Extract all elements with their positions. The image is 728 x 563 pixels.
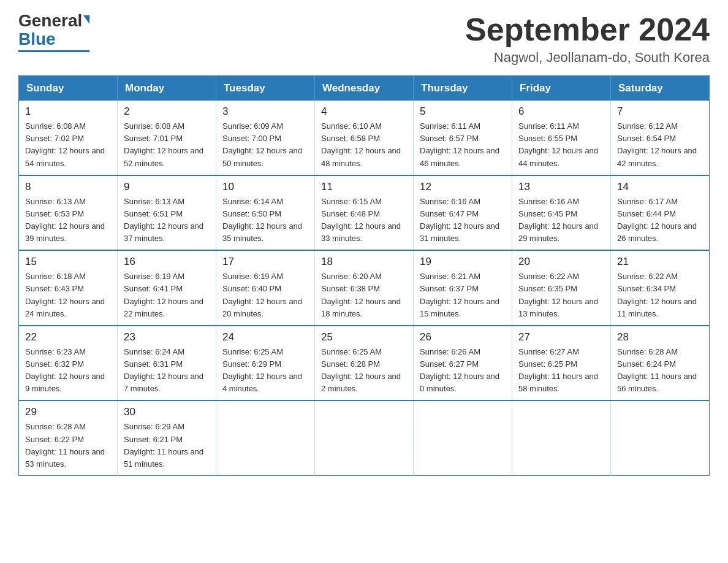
day-info: Sunrise: 6:10 AMSunset: 6:58 PMDaylight:… [321,120,407,170]
day-info: Sunrise: 6:14 AMSunset: 6:50 PMDaylight:… [222,196,308,245]
calendar-cell: 9Sunrise: 6:13 AMSunset: 6:51 PMDaylight… [118,175,216,251]
day-number: 7 [617,105,703,118]
day-info: Sunrise: 6:23 AMSunset: 6:32 PMDaylight:… [25,346,111,396]
day-info: Sunrise: 6:08 AMSunset: 7:02 PMDaylight:… [25,120,111,170]
title-section: September 2024 Nagwol, Jeollanam-do, Sou… [465,12,710,66]
day-info: Sunrise: 6:29 AMSunset: 6:21 PMDaylight:… [124,421,210,470]
day-number: 9 [124,181,210,193]
calendar-cell: 17Sunrise: 6:19 AMSunset: 6:40 PMDayligh… [216,250,315,326]
day-number: 20 [518,256,604,268]
calendar-cell: 1Sunrise: 6:08 AMSunset: 7:02 PMDaylight… [19,101,118,175]
calendar-cell: 8Sunrise: 6:13 AMSunset: 6:53 PMDaylight… [19,175,118,251]
calendar-cell [611,400,710,475]
day-number: 30 [124,406,210,418]
day-info: Sunrise: 6:22 AMSunset: 6:34 PMDaylight:… [617,270,703,320]
calendar-cell: 26Sunrise: 6:26 AMSunset: 6:27 PMDayligh… [414,326,512,401]
calendar-cell: 3Sunrise: 6:09 AMSunset: 7:00 PMDaylight… [216,101,315,175]
day-info: Sunrise: 6:12 AMSunset: 6:54 PMDaylight:… [617,120,703,170]
day-info: Sunrise: 6:11 AMSunset: 6:57 PMDaylight:… [420,120,506,170]
logo-underline [18,50,89,52]
day-info: Sunrise: 6:28 AMSunset: 6:22 PMDaylight:… [25,421,111,470]
calendar-cell: 14Sunrise: 6:17 AMSunset: 6:44 PMDayligh… [611,175,710,251]
day-number: 25 [321,331,407,343]
day-number: 22 [25,331,111,343]
calendar-table: SundayMondayTuesdayWednesdayThursdayFrid… [18,75,710,476]
day-number: 1 [25,105,111,118]
calendar-cell [512,400,611,475]
calendar-cell: 21Sunrise: 6:22 AMSunset: 6:34 PMDayligh… [611,250,710,326]
calendar-cell: 25Sunrise: 6:25 AMSunset: 6:28 PMDayligh… [315,326,414,401]
calendar-cell [315,400,414,475]
weekday-header-thursday: Thursday [414,76,512,101]
day-number: 21 [617,256,703,268]
calendar-cell: 4Sunrise: 6:10 AMSunset: 6:58 PMDaylight… [315,101,414,175]
day-info: Sunrise: 6:16 AMSunset: 6:45 PMDaylight:… [518,196,604,245]
day-number: 13 [518,181,604,193]
calendar-cell: 5Sunrise: 6:11 AMSunset: 6:57 PMDaylight… [414,101,512,175]
calendar-cell: 23Sunrise: 6:24 AMSunset: 6:31 PMDayligh… [118,326,216,401]
day-number: 29 [25,406,111,418]
day-info: Sunrise: 6:25 AMSunset: 6:29 PMDaylight:… [222,346,308,396]
day-info: Sunrise: 6:22 AMSunset: 6:35 PMDaylight:… [518,270,604,320]
calendar-cell: 20Sunrise: 6:22 AMSunset: 6:35 PMDayligh… [512,250,611,326]
weekday-header-wednesday: Wednesday [315,76,414,101]
calendar-cell: 6Sunrise: 6:11 AMSunset: 6:55 PMDaylight… [512,101,611,175]
day-number: 6 [518,105,604,118]
day-number: 17 [222,256,308,268]
day-info: Sunrise: 6:17 AMSunset: 6:44 PMDaylight:… [617,196,703,245]
calendar-cell: 28Sunrise: 6:28 AMSunset: 6:24 PMDayligh… [611,326,710,401]
day-info: Sunrise: 6:13 AMSunset: 6:51 PMDaylight:… [124,196,210,245]
calendar-cell: 2Sunrise: 6:08 AMSunset: 7:01 PMDaylight… [118,101,216,175]
day-info: Sunrise: 6:28 AMSunset: 6:24 PMDaylight:… [617,346,703,396]
day-info: Sunrise: 6:18 AMSunset: 6:43 PMDaylight:… [25,270,111,320]
day-number: 12 [420,181,506,193]
day-number: 10 [222,181,308,193]
calendar-week-row: 8Sunrise: 6:13 AMSunset: 6:53 PMDaylight… [19,175,710,251]
day-number: 3 [222,105,308,118]
day-info: Sunrise: 6:19 AMSunset: 6:41 PMDaylight:… [124,270,210,320]
day-number: 28 [617,331,703,343]
day-info: Sunrise: 6:27 AMSunset: 6:25 PMDaylight:… [518,346,604,396]
calendar-cell: 19Sunrise: 6:21 AMSunset: 6:37 PMDayligh… [414,250,512,326]
calendar-cell: 24Sunrise: 6:25 AMSunset: 6:29 PMDayligh… [216,326,315,401]
logo-blue-text: Blue [18,31,56,48]
weekday-header-row: SundayMondayTuesdayWednesdayThursdayFrid… [19,76,710,101]
day-number: 4 [321,105,407,118]
calendar-cell: 22Sunrise: 6:23 AMSunset: 6:32 PMDayligh… [19,326,118,401]
calendar-week-row: 22Sunrise: 6:23 AMSunset: 6:32 PMDayligh… [19,326,710,401]
day-info: Sunrise: 6:08 AMSunset: 7:01 PMDaylight:… [124,120,210,170]
day-info: Sunrise: 6:15 AMSunset: 6:48 PMDaylight:… [321,196,407,245]
month-title: September 2024 [465,12,710,47]
day-number: 14 [617,181,703,193]
weekday-header-tuesday: Tuesday [216,76,315,101]
day-info: Sunrise: 6:19 AMSunset: 6:40 PMDaylight:… [222,270,308,320]
calendar-cell: 11Sunrise: 6:15 AMSunset: 6:48 PMDayligh… [315,175,414,251]
day-number: 16 [124,256,210,268]
calendar-cell: 13Sunrise: 6:16 AMSunset: 6:45 PMDayligh… [512,175,611,251]
day-number: 8 [25,181,111,193]
calendar-week-row: 15Sunrise: 6:18 AMSunset: 6:43 PMDayligh… [19,250,710,326]
calendar-week-row: 29Sunrise: 6:28 AMSunset: 6:22 PMDayligh… [19,400,710,475]
weekday-header-sunday: Sunday [19,76,118,101]
day-info: Sunrise: 6:13 AMSunset: 6:53 PMDaylight:… [25,196,111,245]
calendar-cell [216,400,315,475]
day-info: Sunrise: 6:25 AMSunset: 6:28 PMDaylight:… [321,346,407,396]
day-number: 24 [222,331,308,343]
day-info: Sunrise: 6:16 AMSunset: 6:47 PMDaylight:… [420,196,506,245]
calendar-cell: 18Sunrise: 6:20 AMSunset: 6:38 PMDayligh… [315,250,414,326]
day-number: 27 [518,331,604,343]
day-number: 23 [124,331,210,343]
day-info: Sunrise: 6:24 AMSunset: 6:31 PMDaylight:… [124,346,210,396]
calendar-week-row: 1Sunrise: 6:08 AMSunset: 7:02 PMDaylight… [19,101,710,175]
calendar-cell: 7Sunrise: 6:12 AMSunset: 6:54 PMDaylight… [611,101,710,175]
calendar-cell: 29Sunrise: 6:28 AMSunset: 6:22 PMDayligh… [19,400,118,475]
calendar-cell: 27Sunrise: 6:27 AMSunset: 6:25 PMDayligh… [512,326,611,401]
logo-general-text: General [18,12,82,29]
weekday-header-saturday: Saturday [611,76,710,101]
logo-triangle-icon [83,15,89,24]
location-text: Nagwol, Jeollanam-do, South Korea [465,50,710,66]
weekday-header-monday: Monday [118,76,216,101]
day-info: Sunrise: 6:21 AMSunset: 6:37 PMDaylight:… [420,270,506,320]
weekday-header-friday: Friday [512,76,611,101]
day-info: Sunrise: 6:11 AMSunset: 6:55 PMDaylight:… [518,120,604,170]
